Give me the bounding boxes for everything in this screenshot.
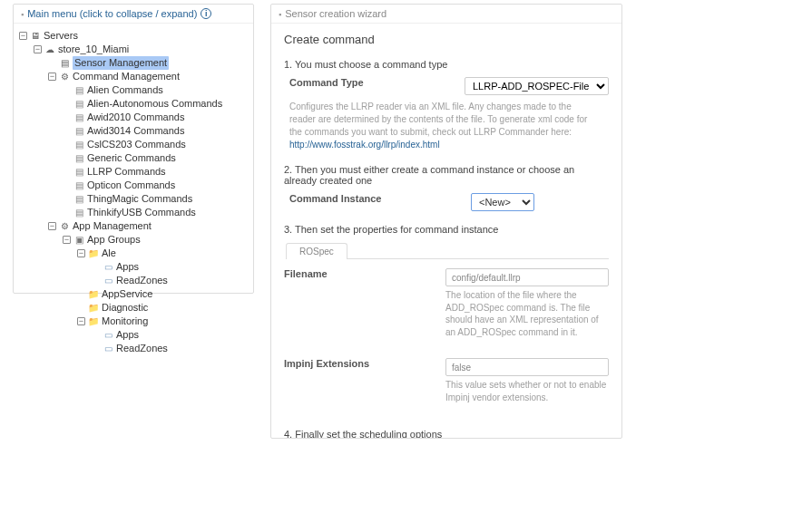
ico-chip-icon xyxy=(59,58,70,69)
ico-cog-icon xyxy=(59,221,70,232)
tree-item[interactable]: Alien Commands xyxy=(61,83,249,97)
tree-item-label: ReadZones xyxy=(116,274,168,287)
ico-doc-icon xyxy=(103,344,113,354)
command-type-label: Command Type xyxy=(289,77,446,88)
tree-item[interactable]: −Command Management xyxy=(46,70,249,83)
ico-folder-icon xyxy=(88,303,99,314)
ico-cog-icon xyxy=(59,72,70,82)
wizard-title: Create command xyxy=(284,33,609,46)
tree-item[interactable]: ReadZones xyxy=(90,342,249,355)
command-instance-label: Command Instance xyxy=(289,193,453,204)
ico-folder-icon xyxy=(88,289,99,300)
main-menu-header[interactable]: Main menu (click to collapse / expand) i xyxy=(14,5,253,24)
tag-icon xyxy=(73,85,84,96)
ico-cloud-icon xyxy=(44,44,55,55)
step3-heading: 3. Then set the properties for command i… xyxy=(284,224,609,235)
tree-item-label: Alien Commands xyxy=(87,83,163,97)
tab-rospec[interactable]: ROSpec xyxy=(286,243,347,259)
tag-icon xyxy=(73,99,84,110)
tree-item[interactable]: −App Groups xyxy=(61,233,249,247)
ico-doc-icon xyxy=(103,276,113,286)
tree-item[interactable]: Awid3014 Commands xyxy=(61,124,249,138)
property-help: The location of the file where the ADD_R… xyxy=(445,289,609,338)
main-menu-title: Main menu (click to collapse / expand) xyxy=(27,8,197,19)
property-input[interactable] xyxy=(445,358,609,376)
tree-item-label: ReadZones xyxy=(116,342,168,355)
tag-icon xyxy=(73,140,84,150)
tag-icon xyxy=(73,112,84,123)
tag-icon xyxy=(73,180,84,191)
toggle-icon[interactable]: − xyxy=(34,45,42,53)
tree-item[interactable]: Apps xyxy=(90,260,249,274)
main-menu-panel: Main menu (click to collapse / expand) i… xyxy=(13,4,254,294)
toggle-icon[interactable]: − xyxy=(19,32,27,40)
tree-item[interactable]: CslCS203 Commands xyxy=(61,138,249,151)
tree-item-label: Apps xyxy=(116,260,139,274)
tree-item[interactable]: Diagnostic xyxy=(75,301,249,315)
step1-heading: 1. You must choose a command type xyxy=(284,59,609,70)
tree-item[interactable]: −App Management xyxy=(46,219,249,233)
tree-item[interactable]: Sensor Management xyxy=(46,56,249,70)
ico-box-icon xyxy=(73,235,84,246)
tree-item-label: AppService xyxy=(102,287,152,301)
command-type-select[interactable]: LLRP-ADD_ROSPEC-File xyxy=(465,77,609,95)
command-instance-select[interactable]: <New> xyxy=(471,193,534,211)
tree-item[interactable]: Opticon Commands xyxy=(61,179,249,192)
tag-icon xyxy=(73,167,84,178)
wizard-header: Sensor creation wizard xyxy=(271,5,621,24)
tree-item[interactable]: −Monitoring xyxy=(75,315,249,328)
tag-icon xyxy=(73,208,84,218)
tree-item[interactable]: Apps xyxy=(90,328,249,342)
property-input[interactable] xyxy=(445,268,609,286)
tree-item-label: store_10_Miami xyxy=(58,43,129,56)
info-icon[interactable]: i xyxy=(201,8,211,19)
ico-server-icon xyxy=(30,31,41,42)
tree-item-label: Ale xyxy=(102,247,116,260)
tree-item-label: Opticon Commands xyxy=(87,179,175,192)
command-type-help: Configures the LLRP reader via an XML fi… xyxy=(289,101,595,151)
tree-item-label: Awid3014 Commands xyxy=(87,124,184,138)
tree-item-label: App Management xyxy=(73,219,152,233)
tree-item[interactable]: Awid2010 Commands xyxy=(61,111,249,124)
tree-item[interactable]: ThinkifyUSB Commands xyxy=(61,206,249,219)
property-label: Filename xyxy=(284,268,427,338)
property-label: Impinj Extensions xyxy=(284,358,427,403)
tree-item-label: Command Management xyxy=(73,70,180,83)
tree-item[interactable]: Alien-Autonomous Commands xyxy=(61,97,249,111)
ico-doc-icon xyxy=(103,262,113,273)
tree-item-label: Diagnostic xyxy=(102,301,148,315)
ico-doc-icon xyxy=(103,330,113,341)
tree-item-label: Apps xyxy=(116,328,139,342)
tree-item[interactable]: −Servers xyxy=(17,29,249,43)
tree-item-label: ThinkifyUSB Commands xyxy=(87,206,196,219)
property-row: Impinj ExtensionsThis value sets whether… xyxy=(284,358,609,403)
tree-item-label: Generic Commands xyxy=(87,151,176,165)
tree-item[interactable]: −store_10_Miami xyxy=(32,43,249,56)
tree-item-label: App Groups xyxy=(87,233,141,247)
step4-heading: 4. Finally set the scheduling options xyxy=(284,429,609,439)
tree-item[interactable]: LLRP Commands xyxy=(61,165,249,179)
tree-item-label: CslCS203 Commands xyxy=(87,138,186,151)
ico-folder-icon xyxy=(88,316,99,327)
toggle-icon[interactable]: − xyxy=(48,73,56,81)
tree-item[interactable]: AppService xyxy=(75,287,249,301)
step2-heading: 2. Then you must either create a command… xyxy=(284,164,609,186)
llrp-commander-link[interactable]: http://www.fosstrak.org/llrp/index.html xyxy=(289,140,440,150)
tag-icon xyxy=(73,194,84,205)
tree-item-label: Awid2010 Commands xyxy=(87,111,184,124)
tree-item[interactable]: −Ale xyxy=(75,247,249,260)
toggle-icon[interactable]: − xyxy=(63,236,71,244)
tree-root: −Servers−store_10_MiamiSensor Management… xyxy=(14,24,253,361)
property-row: FilenameThe location of the file where t… xyxy=(284,268,609,338)
tree-item[interactable]: ThingMagic Commands xyxy=(61,192,249,206)
tab-strip: ROSpec xyxy=(286,242,609,259)
tree-item[interactable]: Generic Commands xyxy=(61,151,249,165)
tag-icon xyxy=(73,126,84,137)
tree-item-label: Alien-Autonomous Commands xyxy=(87,97,222,111)
tree-item-label: Servers xyxy=(44,29,78,43)
property-help: This value sets whether or not to enable… xyxy=(445,379,609,403)
toggle-icon[interactable]: − xyxy=(77,317,85,325)
toggle-icon[interactable]: − xyxy=(77,249,85,257)
tree-item[interactable]: ReadZones xyxy=(90,274,249,287)
toggle-icon[interactable]: − xyxy=(48,222,56,230)
